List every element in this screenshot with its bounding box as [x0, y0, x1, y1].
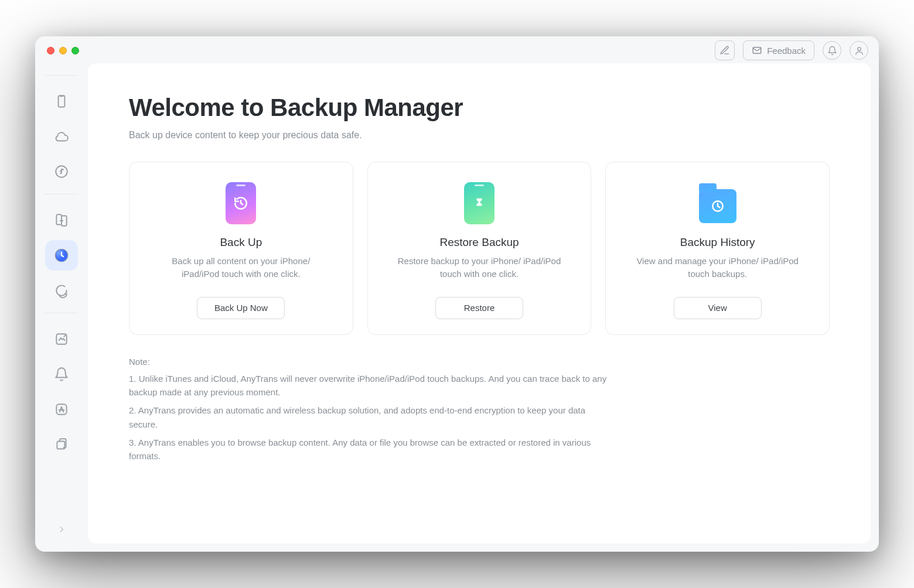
- cloud-icon: [54, 129, 69, 144]
- option-cards: Back Up Back up all content on your iPho…: [129, 162, 830, 335]
- minimize-window-button[interactable]: [59, 47, 67, 54]
- page-title: Welcome to Backup Manager: [129, 94, 830, 122]
- phone-icon: [54, 94, 69, 109]
- feedback-label: Feedback: [767, 46, 806, 56]
- app-store-icon: [54, 402, 69, 417]
- notes-section: Note: 1. Unlike iTunes and iCloud, AnyTr…: [129, 355, 609, 463]
- clock-icon: [710, 199, 725, 214]
- user-icon: [854, 46, 864, 56]
- card-title: Back Up: [220, 236, 262, 249]
- card-history-icon: [699, 180, 736, 227]
- card-backup-icon: [222, 180, 260, 227]
- card-desc: View and manage your iPhone/ iPad/iPod t…: [636, 255, 800, 281]
- card-history: Backup History View and manage your iPho…: [605, 162, 830, 335]
- chevron-right-icon: [57, 525, 66, 534]
- sidebar-collapse-button[interactable]: [52, 520, 71, 539]
- music-icon: [54, 164, 69, 179]
- chat-icon: [54, 283, 69, 298]
- sidebar: [35, 64, 88, 552]
- card-title: Restore Backup: [439, 236, 519, 249]
- sidebar-divider: [45, 313, 78, 313]
- app-window: Feedback: [35, 36, 879, 552]
- window-controls: [47, 47, 79, 54]
- titlebar: Feedback: [35, 36, 879, 64]
- sidebar-item-ringtone[interactable]: [45, 359, 78, 389]
- zoom-window-button[interactable]: [71, 47, 79, 54]
- svg-rect-2: [59, 95, 65, 107]
- mirror-icon: [54, 331, 69, 347]
- hourglass-icon: [473, 197, 486, 210]
- windows-icon: [54, 437, 69, 452]
- header-actions: Feedback: [715, 36, 868, 64]
- note-line: 3. AnyTrans enables you to browse backup…: [129, 436, 609, 463]
- feedback-button[interactable]: Feedback: [743, 40, 814, 60]
- card-restore: Restore Backup Restore backup to your iP…: [367, 162, 592, 335]
- sidebar-item-app-downloader[interactable]: [45, 394, 78, 425]
- notifications-button[interactable]: [823, 41, 841, 60]
- sidebar-item-social-messages[interactable]: [45, 275, 78, 306]
- mail-icon: [752, 45, 762, 56]
- compose-button[interactable]: [715, 40, 735, 60]
- svg-point-1: [857, 47, 861, 50]
- sidebar-item-more[interactable]: [45, 429, 78, 460]
- sidebar-item-screen-mirroring[interactable]: [45, 324, 78, 354]
- page-subtitle: Back up device content to keep your prec…: [129, 130, 830, 141]
- note-line: 1. Unlike iTunes and iCloud, AnyTrans wi…: [129, 372, 609, 399]
- bell-icon: [827, 46, 837, 56]
- backup-now-button[interactable]: Back Up Now: [197, 297, 285, 319]
- bell-outline-icon: [54, 367, 69, 382]
- sidebar-item-icloud[interactable]: [45, 121, 78, 152]
- card-backup: Back Up Back up all content on your iPho…: [129, 162, 353, 335]
- svg-rect-4: [56, 214, 62, 224]
- sidebar-item-backup-manager[interactable]: [45, 240, 78, 271]
- notes-heading: Note:: [129, 355, 609, 368]
- phone-switch-icon: [54, 213, 69, 228]
- compose-icon: [719, 45, 730, 56]
- svg-rect-8: [56, 404, 66, 414]
- sidebar-divider: [45, 194, 78, 194]
- sidebar-divider: [45, 75, 78, 76]
- card-desc: Restore backup to your iPhone/ iPad/iPod…: [397, 255, 561, 281]
- sidebar-item-media[interactable]: [45, 156, 78, 187]
- card-desc: Back up all content on your iPhone/ iPad…: [159, 255, 323, 281]
- clock-history-icon: [54, 248, 69, 263]
- view-history-button[interactable]: View: [674, 297, 762, 319]
- history-icon: [233, 196, 248, 211]
- restore-button[interactable]: Restore: [435, 297, 523, 319]
- account-button[interactable]: [850, 41, 868, 60]
- main-content: Welcome to Backup Manager Back up device…: [88, 63, 871, 543]
- sidebar-item-device[interactable]: [45, 86, 78, 117]
- card-title: Backup History: [680, 236, 755, 249]
- sidebar-item-phone-switcher[interactable]: [45, 205, 78, 235]
- card-restore-icon: [461, 180, 498, 227]
- close-window-button[interactable]: [47, 47, 54, 54]
- note-line: 2. AnyTrans provides an automatic and wi…: [129, 404, 609, 431]
